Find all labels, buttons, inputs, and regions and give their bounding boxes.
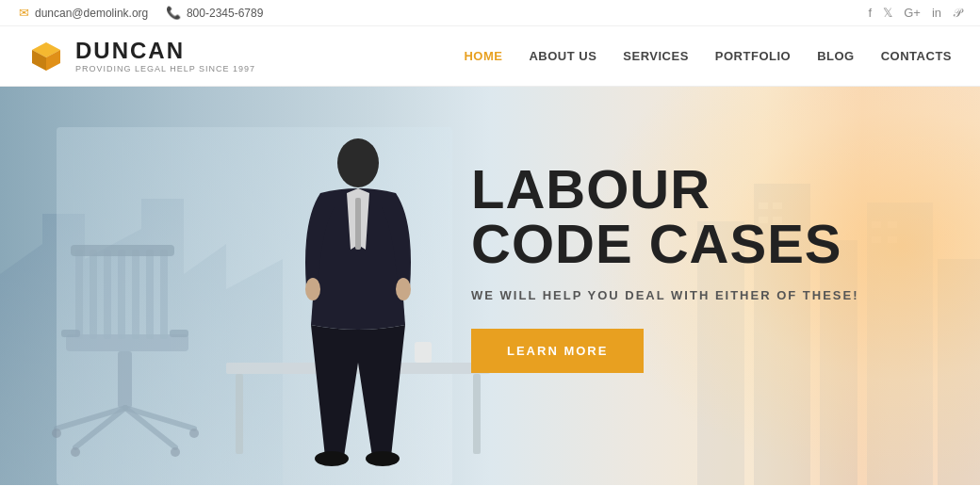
svg-point-23 <box>189 429 199 438</box>
hero-content: LABOUR CODE CASES WE WILL HELP YOU DEAL … <box>471 162 859 373</box>
svg-point-20 <box>71 447 80 457</box>
svg-point-21 <box>171 447 180 457</box>
svg-rect-26 <box>473 374 481 454</box>
header: DUNCAN PROVIDING LEGAL HELP SINCE 1997 H… <box>0 26 980 87</box>
svg-rect-25 <box>236 374 243 454</box>
svg-rect-4 <box>66 334 188 351</box>
top-bar: ✉ duncan@demolink.org 📞 800-2345-6789 f … <box>0 0 980 26</box>
email-icon: ✉ <box>19 6 29 20</box>
svg-rect-11 <box>160 250 168 339</box>
svg-rect-31 <box>355 198 361 250</box>
logo-tagline: PROVIDING LEGAL HELP SINCE 1997 <box>75 64 255 73</box>
facebook-icon[interactable]: f <box>869 6 873 20</box>
main-nav: HOME ABOUT US SERVICES PORTFOLIO BLOG CO… <box>464 49 952 63</box>
svg-point-22 <box>52 429 61 438</box>
svg-rect-9 <box>132 250 139 339</box>
email-address: duncan@demolink.org <box>35 7 148 20</box>
logo-text: DUNCAN PROVIDING LEGAL HELP SINCE 1997 <box>75 40 255 73</box>
svg-point-30 <box>337 138 379 187</box>
phone-number: 800-2345-6789 <box>187 7 263 20</box>
phone-icon: 📞 <box>166 6 181 20</box>
nav-portfolio[interactable]: PORTFOLIO <box>715 49 791 63</box>
svg-rect-14 <box>170 330 188 337</box>
nav-contacts[interactable]: CONTACTS <box>881 49 952 63</box>
svg-rect-5 <box>75 250 83 339</box>
hero-subtitle: WE WILL HELP YOU DEAL WITH EITHER OF THE… <box>471 288 859 302</box>
logo-area: DUNCAN PROVIDING LEGAL HELP SINCE 1997 <box>28 39 255 74</box>
twitter-icon[interactable]: 𝕏 <box>883 6 892 20</box>
svg-point-35 <box>366 451 400 466</box>
svg-rect-7 <box>104 250 111 339</box>
hero-title-line2: CODE CASES <box>471 217 859 271</box>
learn-more-button[interactable]: LEARN MORE <box>471 329 644 373</box>
hero-title: LABOUR CODE CASES <box>471 162 859 271</box>
svg-point-32 <box>305 278 320 300</box>
svg-rect-6 <box>90 250 97 339</box>
svg-rect-10 <box>146 250 154 339</box>
hero-chair <box>47 221 236 466</box>
svg-point-33 <box>396 278 411 300</box>
linkedin-icon[interactable]: in <box>932 6 941 20</box>
nav-blog[interactable]: BLOG <box>817 49 855 63</box>
svg-rect-8 <box>118 250 125 339</box>
hero-title-line1: LABOUR <box>471 162 859 217</box>
svg-rect-15 <box>118 351 132 408</box>
svg-rect-13 <box>61 330 80 337</box>
nav-services[interactable]: SERVICES <box>623 49 689 63</box>
svg-rect-12 <box>71 245 174 256</box>
svg-point-34 <box>315 451 349 466</box>
top-bar-left: ✉ duncan@demolink.org 📞 800-2345-6789 <box>19 6 263 20</box>
nav-home[interactable]: HOME <box>464 49 502 63</box>
hero-section: LABOUR CODE CASES WE WILL HELP YOU DEAL … <box>0 87 980 485</box>
logo-icon <box>28 39 64 74</box>
hero-person <box>292 137 424 457</box>
social-links: f 𝕏 G+ in 𝒫 <box>869 6 961 21</box>
pinterest-icon[interactable]: 𝒫 <box>953 6 961 21</box>
googleplus-icon[interactable]: G+ <box>904 6 921 20</box>
logo-name: DUNCAN <box>75 40 255 62</box>
nav-about[interactable]: ABOUT US <box>529 49 596 63</box>
